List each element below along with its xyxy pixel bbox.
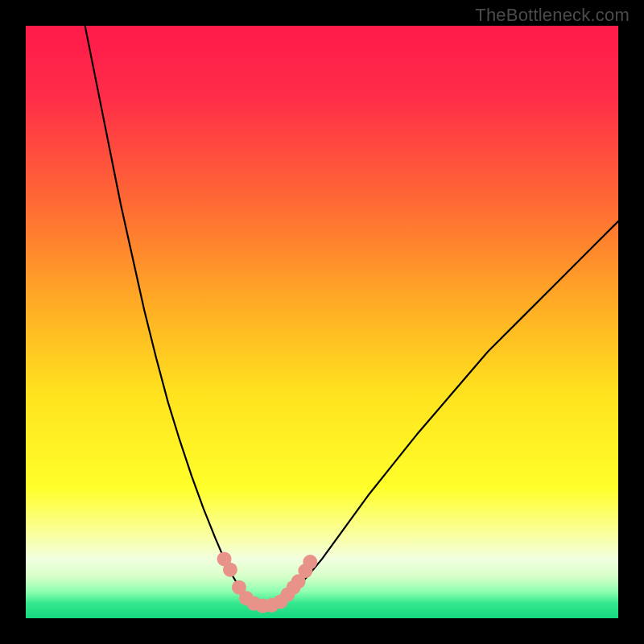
watermark-text: TheBottleneck.com: [475, 5, 630, 26]
curve-group: [85, 26, 618, 606]
bottleneck-curve: [85, 26, 618, 606]
highlight-dot: [303, 555, 317, 569]
marker-group: [217, 551, 318, 613]
outer-frame: TheBottleneck.com: [0, 0, 644, 644]
plot-area: [26, 26, 618, 618]
highlight-dot: [223, 563, 237, 577]
chart-svg: [26, 26, 618, 618]
